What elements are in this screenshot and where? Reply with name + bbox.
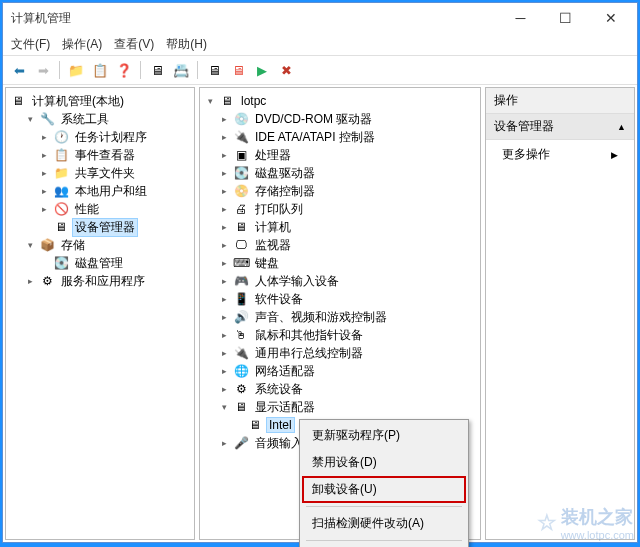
expand-icon[interactable]: ▸ (218, 150, 230, 160)
menu-action[interactable]: 操作(A) (62, 36, 102, 53)
tree-root[interactable]: 🖥计算机管理(本地) (8, 92, 192, 110)
ctx-scan-hardware[interactable]: 扫描检测硬件改动(A) (302, 510, 466, 537)
monitor-icon[interactable]: 🖥 (204, 60, 224, 80)
drive-icon: 💽 (233, 165, 249, 181)
controller-icon: 📀 (233, 183, 249, 199)
actions-pane: 操作 设备管理器▲ 更多操作▶ (485, 87, 635, 540)
expand-icon[interactable]: ▸ (38, 204, 50, 214)
expand-icon[interactable]: ▸ (218, 204, 230, 214)
scan-icon[interactable]: 🖥 (228, 60, 248, 80)
forward-icon[interactable]: ➡ (33, 60, 53, 80)
left-tree-pane[interactable]: 🖥计算机管理(本地) ▾🔧系统工具 ▸🕐任务计划程序 ▸📋事件查看器 ▸📁共享文… (5, 87, 195, 540)
expand-icon[interactable]: ▸ (38, 168, 50, 178)
expand-icon[interactable]: ▸ (218, 312, 230, 322)
collapse-icon[interactable]: ▾ (218, 402, 230, 412)
event-icon: 📋 (53, 147, 69, 163)
ide-icon: 🔌 (233, 129, 249, 145)
collapse-icon[interactable]: ▲ (617, 122, 626, 132)
device-sound[interactable]: ▸🔊声音、视频和游戏控制器 (202, 308, 478, 326)
expand-icon[interactable]: ▸ (218, 384, 230, 394)
tree-services[interactable]: ▸⚙服务和应用程序 (8, 272, 192, 290)
ctx-update-driver[interactable]: 更新驱动程序(P) (302, 422, 466, 449)
expand-icon[interactable]: ▸ (38, 150, 50, 160)
display-icon: 🖥 (233, 399, 249, 415)
ctx-uninstall-device[interactable]: 卸载设备(U) (302, 476, 466, 503)
clock-icon: 🕐 (53, 129, 69, 145)
actions-more[interactable]: 更多操作▶ (486, 140, 634, 169)
expand-icon[interactable]: ▸ (218, 168, 230, 178)
properties-icon[interactable]: 📋 (90, 60, 110, 80)
expand-icon[interactable]: ▸ (218, 294, 230, 304)
expand-icon[interactable]: ▸ (218, 186, 230, 196)
expand-icon[interactable]: ▸ (24, 276, 36, 286)
device-display[interactable]: ▾🖥显示适配器 (202, 398, 478, 416)
services-icon: ⚙ (39, 273, 55, 289)
separator (59, 61, 60, 79)
device-cpu[interactable]: ▸▣处理器 (202, 146, 478, 164)
mouse-icon: 🖱 (233, 327, 249, 343)
expand-icon[interactable]: ▸ (218, 348, 230, 358)
expand-icon[interactable]: ▸ (218, 330, 230, 340)
expand-icon[interactable]: ▸ (218, 114, 230, 124)
actions-subheader[interactable]: 设备管理器▲ (486, 114, 634, 140)
tree-local-users[interactable]: ▸👥本地用户和组 (8, 182, 192, 200)
expand-icon[interactable]: ▸ (218, 366, 230, 376)
menu-bar: 文件(F) 操作(A) 查看(V) 帮助(H) (3, 33, 637, 55)
minimize-button[interactable]: ─ (498, 4, 543, 32)
back-icon[interactable]: ⬅ (9, 60, 29, 80)
sound-icon: 🔊 (233, 309, 249, 325)
expand-icon[interactable]: ▸ (218, 258, 230, 268)
expand-icon[interactable]: ▸ (38, 186, 50, 196)
keyboard-icon: ⌨ (233, 255, 249, 271)
collapse-icon[interactable]: ▾ (24, 114, 36, 124)
separator (306, 540, 462, 541)
help-icon[interactable]: ❓ (114, 60, 134, 80)
expand-icon[interactable]: ▸ (218, 276, 230, 286)
menu-help[interactable]: 帮助(H) (166, 36, 207, 53)
device-root[interactable]: ▾🖥lotpc (202, 92, 478, 110)
enable-icon[interactable]: ▶ (252, 60, 272, 80)
maximize-button[interactable]: ☐ (543, 4, 588, 32)
tree-disk-mgmt[interactable]: 💽磁盘管理 (8, 254, 192, 272)
device-software[interactable]: ▸📱软件设备 (202, 290, 478, 308)
tree-task-scheduler[interactable]: ▸🕐任务计划程序 (8, 128, 192, 146)
device-monitor[interactable]: ▸🖵监视器 (202, 236, 478, 254)
tree-event-viewer[interactable]: ▸📋事件查看器 (8, 146, 192, 164)
collapse-icon[interactable]: ▾ (24, 240, 36, 250)
device-disk-drives[interactable]: ▸💽磁盘驱动器 (202, 164, 478, 182)
folder-icon[interactable]: 📁 (66, 60, 86, 80)
tree-performance[interactable]: ▸🚫性能 (8, 200, 192, 218)
tree-systools[interactable]: ▾🔧系统工具 (8, 110, 192, 128)
device-hid[interactable]: ▸🎮人体学输入设备 (202, 272, 478, 290)
device-system[interactable]: ▸⚙系统设备 (202, 380, 478, 398)
computer-icon: 🖥 (10, 93, 26, 109)
device-usb[interactable]: ▸🔌通用串行总线控制器 (202, 344, 478, 362)
collapse-icon[interactable]: ▾ (204, 96, 216, 106)
close-button[interactable]: ✕ (588, 4, 633, 32)
device-icon: 🖥 (53, 219, 69, 235)
expand-icon[interactable]: ▸ (38, 132, 50, 142)
expand-icon[interactable]: ▸ (218, 240, 230, 250)
disc-icon: 💿 (233, 111, 249, 127)
device-ide[interactable]: ▸🔌IDE ATA/ATAPI 控制器 (202, 128, 478, 146)
tree-storage[interactable]: ▾📦存储 (8, 236, 192, 254)
tree-shared-folders[interactable]: ▸📁共享文件夹 (8, 164, 192, 182)
device-computer[interactable]: ▸🖥计算机 (202, 218, 478, 236)
device-icon[interactable]: 🖥 (147, 60, 167, 80)
expand-icon[interactable]: ▸ (218, 222, 230, 232)
device-mouse[interactable]: ▸🖱鼠标和其他指针设备 (202, 326, 478, 344)
device-storage-ctrl[interactable]: ▸📀存储控制器 (202, 182, 478, 200)
expand-icon[interactable]: ▸ (218, 132, 230, 142)
device-keyboard[interactable]: ▸⌨键盘 (202, 254, 478, 272)
ctx-disable-device[interactable]: 禁用设备(D) (302, 449, 466, 476)
device-dvd[interactable]: ▸💿DVD/CD-ROM 驱动器 (202, 110, 478, 128)
remove-icon[interactable]: ✖ (276, 60, 296, 80)
device-icon[interactable]: 📇 (171, 60, 191, 80)
menu-view[interactable]: 查看(V) (114, 36, 154, 53)
users-icon: 👥 (53, 183, 69, 199)
menu-file[interactable]: 文件(F) (11, 36, 50, 53)
device-printers[interactable]: ▸🖨打印队列 (202, 200, 478, 218)
tree-device-manager[interactable]: 🖥设备管理器 (8, 218, 192, 236)
expand-icon[interactable]: ▸ (218, 438, 230, 448)
device-network[interactable]: ▸🌐网络适配器 (202, 362, 478, 380)
